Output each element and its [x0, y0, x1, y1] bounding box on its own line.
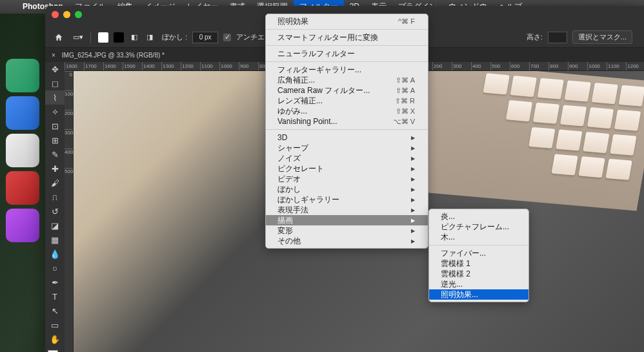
mi-lens-correction[interactable]: レンズ補正...⇧⌘ R [266, 96, 428, 106]
mi-distort[interactable]: 変形 [266, 225, 428, 236]
lasso-tool[interactable]: ⌇ [45, 90, 65, 105]
mi-lighting-effects[interactable]: 照明効果... [429, 289, 528, 300]
dock-app-5[interactable] [6, 209, 39, 242]
hand-tool[interactable]: ✋ [45, 332, 65, 346]
mi-smart-filter[interactable]: スマートフィルター用に変換 [266, 32, 428, 43]
selection-subtract[interactable]: ◧ [127, 30, 141, 45]
height-label: 高さ: [527, 32, 543, 42]
frame-tool[interactable]: ⊞ [45, 133, 65, 147]
mi-pixelate[interactable]: ピクセレート [266, 163, 428, 174]
blur-label: ぼかし : [162, 32, 187, 42]
wand-tool[interactable]: ✧ [45, 105, 65, 119]
minimize-button[interactable] [63, 11, 70, 18]
heal-tool[interactable]: ✚ [45, 161, 65, 176]
mi-vanishing-point[interactable]: Vanishing Point...⌥⌘ V [266, 116, 428, 127]
dock [0, 59, 45, 242]
selection-new[interactable] [96, 30, 110, 45]
mi-noise[interactable]: ノイズ [266, 153, 428, 163]
history-brush-tool[interactable]: ↺ [45, 204, 65, 218]
tools-panel: ✥ ◻ ⌇ ✧ ⊡ ⊞ ✎ ✚ 🖌 ⎍ ↺ ◪ ▦ 💧 ○ ✒ T ↖ ▭ ✋ [45, 62, 65, 352]
mi-picture-frame[interactable]: ピクチャフレーム... [429, 222, 528, 232]
mi-flame[interactable]: 炎... [429, 211, 528, 222]
brush-tool[interactable]: 🖌 [45, 176, 65, 190]
mi-camera-raw[interactable]: Camera Raw フィルター...⇧⌘ A [266, 85, 428, 96]
ruler-vertical: 0100200300400500 [65, 71, 74, 352]
path-tool[interactable]: ↖ [45, 304, 65, 318]
move-tool[interactable]: ✥ [45, 62, 65, 76]
crop-tool[interactable]: ⊡ [45, 119, 65, 133]
selection-mode-group: ◧ ◨ [96, 30, 157, 45]
mi-clouds1[interactable]: 雲模様 1 [429, 258, 528, 269]
stamp-tool[interactable]: ⎍ [45, 190, 65, 204]
mi-neural-filter[interactable]: ニューラルフィルター [266, 48, 428, 59]
tab-close-icon[interactable]: × [52, 52, 55, 59]
dock-app-3[interactable] [6, 134, 39, 167]
eraser-tool[interactable]: ◪ [45, 218, 65, 233]
marquee-tool[interactable]: ◻ [45, 76, 65, 90]
mi-clouds2[interactable]: 雲模様 2 [429, 269, 528, 279]
select-and-mask-button[interactable]: 選択とマスク... [572, 30, 632, 44]
dock-app-2[interactable] [6, 96, 39, 130]
dodge-tool[interactable]: ○ [45, 261, 65, 275]
height-field[interactable] [548, 32, 567, 43]
mi-sharpen[interactable]: シャープ [266, 143, 428, 153]
mi-tree[interactable]: 木... [429, 232, 528, 242]
mi-render[interactable]: 描画 [266, 215, 428, 225]
color-swatches[interactable] [45, 349, 65, 352]
tool-preset[interactable]: ▭▾ [71, 30, 85, 45]
window-controls [52, 11, 82, 18]
mi-lens-flare[interactable]: 逆光... [429, 279, 528, 289]
filter-menu-dropdown: 照明効果^⌘ F スマートフィルター用に変換 ニューラルフィルター フィルターギ… [265, 14, 428, 249]
type-tool[interactable]: T [45, 289, 65, 304]
mi-video[interactable]: ビデオ [266, 174, 428, 184]
gradient-tool[interactable]: ▦ [45, 233, 65, 247]
document-tab[interactable]: IMG_6254.JPG @ 33.3% (RGB/8) * [59, 52, 167, 59]
zoom-button[interactable] [75, 11, 82, 18]
shape-tool[interactable]: ▭ [45, 318, 65, 332]
home-icon[interactable] [52, 30, 66, 45]
mi-3d[interactable]: 3D [266, 132, 428, 143]
selection-intersect[interactable]: ◨ [143, 30, 157, 45]
mi-blur[interactable]: ぼかし [266, 184, 428, 194]
mi-wide-angle[interactable]: 広角補正...⇧⌘ A [266, 75, 428, 85]
mi-liquify[interactable]: ゆがみ...⇧⌘ X [266, 106, 428, 116]
blur-tool[interactable]: 💧 [45, 247, 65, 261]
close-button[interactable] [52, 11, 59, 18]
blur-field[interactable]: 0 px [192, 32, 218, 43]
mi-blur-gallery[interactable]: ぼかしギャラリー [266, 194, 428, 205]
mi-last-filter[interactable]: 照明効果^⌘ F [266, 16, 428, 26]
mi-stylize[interactable]: 表現手法 [266, 205, 428, 215]
mi-fiber[interactable]: ファイバー... [429, 248, 528, 258]
antialias-checkbox[interactable]: ✓ [223, 34, 231, 41]
selection-add[interactable] [112, 30, 126, 45]
mi-filter-gallery[interactable]: フィルターギャラリー... [266, 65, 428, 75]
mi-other[interactable]: その他 [266, 236, 428, 246]
dock-app-1[interactable] [6, 59, 39, 92]
pen-tool[interactable]: ✒ [45, 275, 65, 289]
dock-app-4[interactable] [6, 171, 39, 205]
render-submenu: 炎... ピクチャフレーム... 木... ファイバー... 雲模様 1 雲模様… [428, 209, 529, 302]
eyedropper-tool[interactable]: ✎ [45, 147, 65, 161]
